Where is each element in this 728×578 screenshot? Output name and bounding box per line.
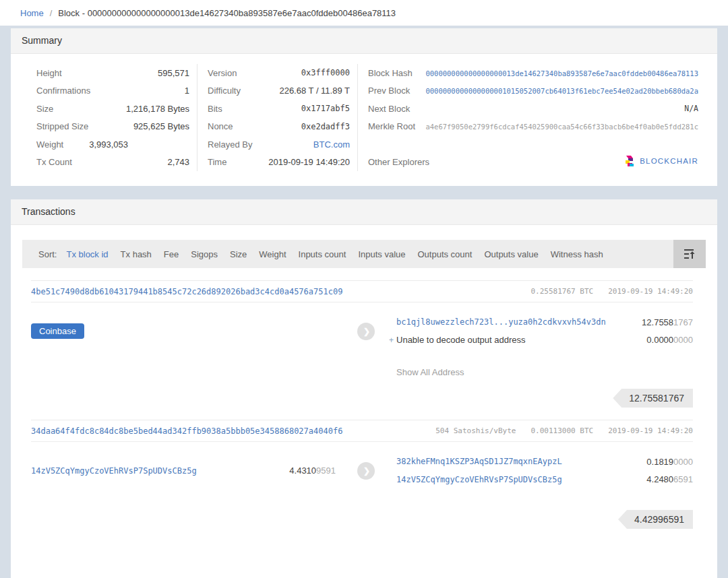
field-label: Relayed By <box>208 139 252 150</box>
sort-option-weight[interactable]: Weight <box>259 249 286 259</box>
blockchair-icon <box>624 156 634 167</box>
tx1-meta: 0.25581767 BTC 2019-09-19 14:49:20 <box>530 287 693 296</box>
tx1-arrow-column: ❯ <box>336 313 396 349</box>
summary-field-bits: Bits 0x1717abf5 <box>208 100 350 118</box>
field-label: Block Hash <box>368 68 421 78</box>
show-all-address-link[interactable]: Show All Address <box>396 367 464 377</box>
sort-option-sigops[interactable]: Sigops <box>191 249 218 259</box>
tx2-total-line: 4.42996591 <box>396 510 693 529</box>
field-label: Prev Block <box>368 86 421 96</box>
tx1-expand-button[interactable]: ❯ <box>357 323 375 340</box>
field-value: 0xe2dadff3 <box>301 122 350 131</box>
summary-column-3: Block Hash 000000000000000000013de146273… <box>357 64 698 171</box>
field-label: Version <box>208 68 237 78</box>
tx1-time: 2019-09-19 14:49:20 <box>608 287 693 296</box>
summary-field-weight: Weight 3,993,053 <box>36 135 189 154</box>
sort-direction-button[interactable] <box>673 240 706 268</box>
summary-field-difficulty: Difficulty 226.68 T / 11.89 T <box>208 82 350 100</box>
output-address-link[interactable]: bc1qjl8uwezzlech723l...yuza0h2cdkvxvh54v… <box>396 317 606 327</box>
breadcrumb: Home / Block - 000000000000000000013de14… <box>0 0 728 26</box>
tx1-hash-link[interactable]: 4be51c7490d8db61043179441b8545c72c26d892… <box>31 287 342 296</box>
undecoded-output-label: +Unable to decode output address <box>396 335 526 345</box>
tx2-expand-button[interactable]: ❯ <box>357 462 375 480</box>
transaction-item-2: 34daa64f4fdc8c84dc8be5bed44ad342ffb9038a… <box>11 420 717 529</box>
tx1-output-row-1: bc1qjl8uwezzlech723l...yuza0h2cdkvxvh54v… <box>396 313 693 331</box>
summary-body: Height 595,571 Confirmations 1 Size 1,21… <box>11 54 717 186</box>
sort-option-fee[interactable]: Fee <box>164 249 179 259</box>
merkle-root-value: a4e67f9050e2799f6cdcaf454025900caa54c66f… <box>421 123 698 131</box>
field-label: Time <box>208 157 226 167</box>
summary-field-version: Version 0x3fff0000 <box>208 64 350 82</box>
sort-option-tx-hash[interactable]: Tx hash <box>121 249 152 259</box>
breadcrumb-home-link[interactable]: Home <box>20 8 44 18</box>
summary-title: Summary <box>11 28 717 54</box>
tx1-output-total-tag: 12.75581767 <box>613 389 693 408</box>
field-label: Height <box>36 68 62 78</box>
output-amount: 0.18190000 <box>646 457 693 467</box>
summary-field-height: Height 595,571 <box>36 64 189 82</box>
sort-bar: Sort: Tx block id Tx hash Fee Sigops Siz… <box>22 240 706 268</box>
blockchair-explorer-link[interactable]: BLOCKCHAIR <box>624 156 698 167</box>
block-hash-link[interactable]: 000000000000000000013de14627340ba893587e… <box>425 69 698 77</box>
summary-field-stripped-size: Stripped Size 925,625 Bytes <box>36 118 189 136</box>
tx2-meta: 504 Satoshis/vByte 0.00113000 BTC 2019-0… <box>435 426 693 435</box>
summary-field-merkle-root: Merkle Root a4e67f9050e2799f6cdcaf454025… <box>368 118 698 136</box>
tx2-output-row-1: 382kheFMnq1KSZP3AqSD1JZ7mqxnEAypzL 0.181… <box>396 453 693 471</box>
field-value: 2019-09-19 14:49:20 <box>268 157 350 167</box>
summary-column-1: Height 595,571 Confirmations 1 Size 1,21… <box>36 64 197 171</box>
tx2-input-row: 14zV5ZCqYmgyCzoVEhRVsP7SpUDVsCBz5g 4.431… <box>31 453 336 488</box>
transactions-card: Transactions Sort: Tx block id Tx hash F… <box>11 199 717 578</box>
sort-option-tx-block-id[interactable]: Tx block id <box>66 249 108 259</box>
summary-card: Summary Height 595,571 Confirmations 1 S… <box>11 28 717 186</box>
summary-field-relayed-by: Relayed By BTC.com <box>208 135 350 154</box>
tx2-time: 2019-09-19 14:49:20 <box>608 426 693 435</box>
prev-block-link[interactable]: 0000000000000000001015052007cb64013f61eb… <box>425 87 698 95</box>
summary-field-confirmations: Confirmations 1 <box>36 82 189 100</box>
breadcrumb-separator: / <box>50 8 53 18</box>
summary-field-tx-count: Tx Count 2,743 <box>36 154 189 172</box>
sort-option-inputs-count[interactable]: Inputs count <box>299 249 346 259</box>
tx2-hash-link[interactable]: 34daa64f4fdc8c84dc8be5bed44ad342ffb9038a… <box>31 426 342 436</box>
sort-option-size[interactable]: Size <box>230 249 247 259</box>
sort-options: Tx block id Tx hash Fee Sigops Size Weig… <box>66 249 603 259</box>
tx1-body: Coinbase ❯ bc1qjl8uwezzlech723l...yuza0h… <box>31 302 693 408</box>
next-block-value: N/A <box>421 104 698 113</box>
summary-column-2: Version 0x3fff0000 Difficulty 226.68 T /… <box>197 64 357 171</box>
field-label: Confirmations <box>36 86 90 96</box>
field-label: Next Block <box>368 104 421 114</box>
input-amount: 4.43109591 <box>289 465 336 476</box>
tx1-total-line: 12.75581767 <box>396 389 693 408</box>
output-amount: 4.24806591 <box>646 474 693 484</box>
sort-option-inputs-value[interactable]: Inputs value <box>358 249 405 259</box>
field-value: 1,216,178 Bytes <box>126 104 189 114</box>
summary-field-nonce: Nonce 0xe2dadff3 <box>208 118 350 136</box>
tx2-output-row-2: 14zV5ZCqYmgyCzoVEhRVsP7SpUDVsCBz5g 4.248… <box>396 471 693 489</box>
field-label: Difficulty <box>208 86 241 96</box>
summary-field-block-hash: Block Hash 000000000000000000013de146273… <box>368 64 698 82</box>
chevron-right-icon: ❯ <box>362 327 370 336</box>
sort-option-outputs-count[interactable]: Outputs count <box>417 249 472 259</box>
output-address-link[interactable]: 382kheFMnq1KSZP3AqSD1JZ7mqxnEAypzL <box>396 457 562 466</box>
tx2-body: 14zV5ZCqYmgyCzoVEhRVsP7SpUDVsCBz5g 4.431… <box>31 442 693 529</box>
sort-option-witness-hash[interactable]: Witness hash <box>551 249 603 259</box>
summary-field-prev-block: Prev Block 0000000000000000001015052007c… <box>368 82 698 100</box>
relayed-by-link[interactable]: BTC.com <box>313 139 350 150</box>
tx1-output-row-2: +Unable to decode output address 0.00000… <box>396 331 693 350</box>
output-address-link[interactable]: 14zV5ZCqYmgyCzoVEhRVsP7SpUDVsCBz5g <box>396 475 562 484</box>
plus-icon: + <box>389 335 394 345</box>
sort-option-outputs-value[interactable]: Outputs value <box>484 249 538 259</box>
field-label: Nonce <box>208 121 233 131</box>
chevron-right-icon: ❯ <box>362 466 370 476</box>
field-value: 1 <box>185 86 189 96</box>
field-label: Tx Count <box>36 157 72 167</box>
field-label: Merkle Root <box>368 121 421 131</box>
input-address-link[interactable]: 14zV5ZCqYmgyCzoVEhRVsP7SpUDVsCBz5g <box>31 466 197 476</box>
sort-label: Sort: <box>38 249 57 259</box>
field-value: 3,993,053 <box>89 139 189 150</box>
field-value: 2,743 <box>167 157 189 167</box>
summary-field-size: Size 1,216,178 Bytes <box>36 100 189 118</box>
breadcrumb-current: Block - 000000000000000000013de14627340b… <box>58 8 396 18</box>
tx1-value-btc: 0.25581767 BTC <box>530 287 593 296</box>
tx2-output-total-tag: 4.42996591 <box>618 510 693 529</box>
tx2-fee-rate: 504 Satoshis/vByte <box>435 426 516 435</box>
